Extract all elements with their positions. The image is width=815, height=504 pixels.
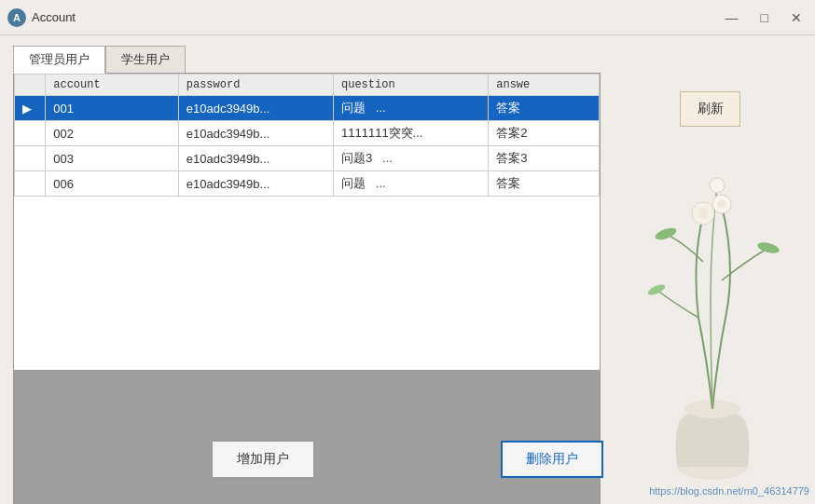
cell-account: 006 — [46, 171, 179, 197]
cell-answer: 答案2 — [489, 121, 600, 146]
cell-arrow — [15, 171, 46, 197]
main-content: 管理员用户 学生用户 account password question ans… — [0, 35, 815, 504]
table-wrapper: account password question answe ▶001e10a… — [13, 73, 802, 504]
table-header-row: account password question answe — [15, 75, 600, 96]
tab-bar: 管理员用户 学生用户 — [13, 45, 802, 73]
col-header-arrow — [15, 75, 46, 96]
cell-question: 1111111突突... — [334, 121, 489, 146]
window-controls: — □ ✕ — [720, 9, 808, 26]
cell-password: e10adc3949b... — [178, 146, 333, 171]
title-bar: A Account — □ ✕ — [0, 0, 815, 35]
close-button[interactable]: ✕ — [785, 9, 808, 26]
cell-question: 问题 ... — [334, 96, 489, 121]
table-empty-area — [13, 371, 601, 504]
cell-question: 问题3 ... — [334, 146, 489, 171]
table-row[interactable]: 003e10adc3949b...问题3 ...答案3 — [15, 146, 600, 171]
cell-password: e10adc3949b... — [178, 171, 333, 197]
cell-arrow: ▶ — [15, 96, 46, 121]
cell-answer: 答案3 — [489, 146, 600, 171]
cell-answer: 答案 — [489, 96, 600, 121]
cell-account: 001 — [46, 96, 179, 121]
tab-admin[interactable]: 管理员用户 — [13, 46, 105, 74]
data-table: account password question answe ▶001e10a… — [14, 74, 600, 197]
cell-arrow — [15, 146, 46, 171]
minimize-button[interactable]: — — [720, 9, 744, 26]
table-row[interactable]: 006e10adc3949b...问题 ...答案 — [15, 171, 600, 197]
col-header-account: account — [46, 75, 179, 96]
cell-password: e10adc3949b... — [178, 96, 333, 121]
table-row[interactable]: 002e10adc3949b...1111111突突...答案2 — [15, 121, 600, 146]
cell-account: 002 — [46, 121, 179, 146]
app-icon: A — [7, 8, 26, 27]
col-header-answer: answe — [489, 75, 600, 96]
cell-question: 问题 ... — [334, 171, 489, 197]
col-header-question: question — [334, 75, 489, 96]
data-table-container: account password question answe ▶001e10a… — [13, 73, 601, 371]
cell-answer: 答案 — [489, 171, 600, 197]
refresh-button[interactable]: 刷新 — [680, 91, 740, 127]
table-row[interactable]: ▶001e10adc3949b...问题 ...答案 — [15, 96, 600, 121]
maximize-button[interactable]: □ — [755, 9, 774, 26]
cell-account: 003 — [46, 146, 179, 171]
cell-password: e10adc3949b... — [178, 121, 333, 146]
col-header-password: password — [178, 75, 333, 96]
tab-student[interactable]: 学生用户 — [105, 46, 186, 74]
app-title: Account — [32, 10, 76, 24]
add-user-button[interactable]: 增加用户 — [212, 441, 314, 478]
cell-arrow — [15, 121, 46, 146]
delete-user-button[interactable]: 删除用户 — [501, 441, 603, 478]
bottom-buttons: 增加用户 删除用户 — [0, 441, 815, 478]
